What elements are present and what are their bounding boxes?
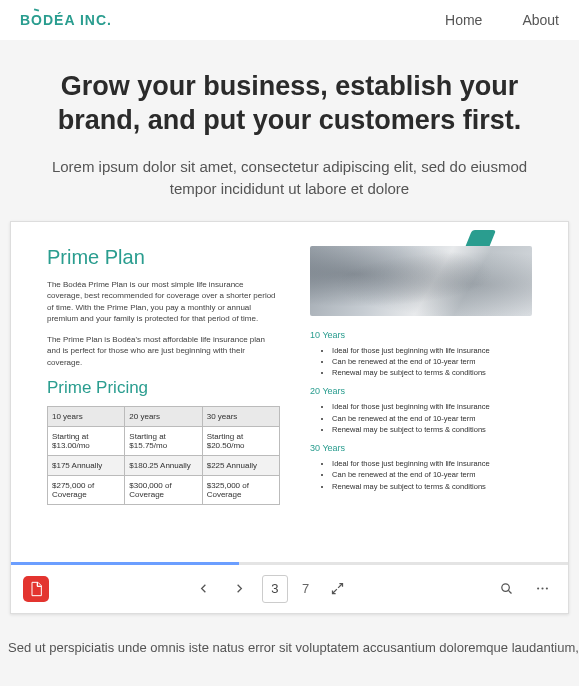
pdf-toolbar: 3 7 bbox=[11, 565, 568, 613]
table-row: Starting at $13.00/mo Starting at $15.75… bbox=[48, 426, 280, 455]
top-bar: BODÉA INC. Home About bbox=[0, 0, 579, 40]
svg-point-5 bbox=[541, 587, 543, 589]
pricing-title: Prime Pricing bbox=[47, 378, 280, 398]
hero-title: Grow your business, establish your brand… bbox=[40, 70, 539, 138]
th-2: 30 years bbox=[202, 406, 279, 426]
pdf-page[interactable]: Prime Plan The Bodéa Prime Plan is our m… bbox=[11, 222, 568, 562]
chevron-right-icon bbox=[232, 581, 247, 596]
svg-point-2 bbox=[501, 584, 509, 592]
svg-point-6 bbox=[545, 587, 547, 589]
plan-desc-2: The Prime Plan is Bodéa's most affordabl… bbox=[47, 334, 280, 369]
th-1: 20 years bbox=[125, 406, 202, 426]
th-0: 10 years bbox=[48, 406, 125, 426]
pricing-table: 10 years 20 years 30 years Starting at $… bbox=[47, 406, 280, 505]
pdf-icon bbox=[23, 576, 49, 602]
nav-home[interactable]: Home bbox=[445, 12, 482, 28]
list-item: Ideal for those just beginning with life… bbox=[332, 345, 532, 356]
svg-line-1 bbox=[332, 589, 336, 593]
list-item: Renewal may be subject to terms & condit… bbox=[332, 424, 532, 435]
year-section: 30 Years Ideal for those just beginning … bbox=[310, 443, 532, 492]
list-item: Ideal for those just beginning with life… bbox=[332, 458, 532, 469]
svg-line-3 bbox=[508, 590, 511, 593]
pdf-embed: Prime Plan The Bodéa Prime Plan is our m… bbox=[10, 221, 569, 614]
expand-icon bbox=[330, 581, 345, 596]
svg-line-0 bbox=[338, 584, 342, 588]
total-pages: 7 bbox=[296, 581, 315, 596]
nav-about[interactable]: About bbox=[522, 12, 559, 28]
plan-desc-1: The Bodéa Prime Plan is our most simple … bbox=[47, 279, 280, 325]
next-page-button[interactable] bbox=[226, 575, 254, 603]
search-button[interactable] bbox=[492, 575, 520, 603]
year-section: 20 Years Ideal for those just beginning … bbox=[310, 386, 532, 435]
pdf-col-left: Prime Plan The Bodéa Prime Plan is our m… bbox=[47, 246, 280, 542]
list-item: Ideal for those just beginning with life… bbox=[332, 401, 532, 412]
table-row: $275,000 of Coverage $300,000 of Coverag… bbox=[48, 475, 280, 504]
more-button[interactable] bbox=[528, 575, 556, 603]
hero-subtitle: Lorem ipsum dolor sit amet, consectetur … bbox=[40, 156, 539, 201]
plan-image bbox=[310, 246, 532, 316]
list-item: Can be renewed at the end of 10-year ter… bbox=[332, 413, 532, 424]
plan-title: Prime Plan bbox=[47, 246, 280, 269]
page-progress bbox=[11, 562, 568, 565]
search-icon bbox=[499, 581, 514, 596]
list-item: Renewal may be subject to terms & condit… bbox=[332, 481, 532, 492]
prev-page-button[interactable] bbox=[190, 575, 218, 603]
footer-paragraph: Sed ut perspiciatis unde omnis iste natu… bbox=[0, 614, 579, 665]
current-page-input[interactable]: 3 bbox=[262, 575, 288, 603]
brand-logo: BODÉA INC. bbox=[20, 12, 112, 28]
main-nav: Home About bbox=[445, 12, 559, 28]
chevron-left-icon bbox=[196, 581, 211, 596]
list-item: Can be renewed at the end of 10-year ter… bbox=[332, 469, 532, 480]
list-item: Renewal may be subject to terms & condit… bbox=[332, 367, 532, 378]
hero: Grow your business, establish your brand… bbox=[0, 40, 579, 221]
table-row: $175 Annually $180.25 Annually $225 Annu… bbox=[48, 455, 280, 475]
list-item: Can be renewed at the end of 10-year ter… bbox=[332, 356, 532, 367]
fullscreen-button[interactable] bbox=[323, 575, 351, 603]
more-horizontal-icon bbox=[535, 581, 550, 596]
pdf-col-right: 10 Years Ideal for those just beginning … bbox=[310, 246, 532, 542]
svg-point-4 bbox=[537, 587, 539, 589]
year-section: 10 Years Ideal for those just beginning … bbox=[310, 330, 532, 379]
